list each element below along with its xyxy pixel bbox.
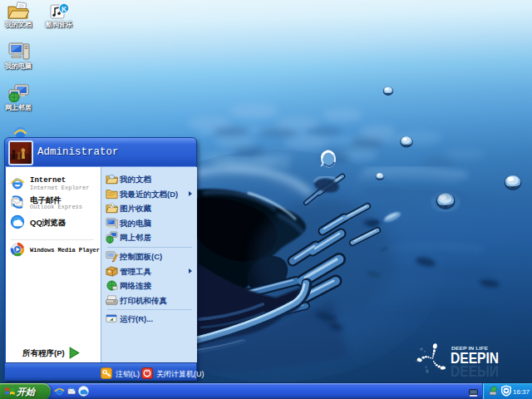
svg-text:DEEPIN: DEEPIN <box>451 362 499 379</box>
svg-text:K: K <box>62 5 67 13</box>
